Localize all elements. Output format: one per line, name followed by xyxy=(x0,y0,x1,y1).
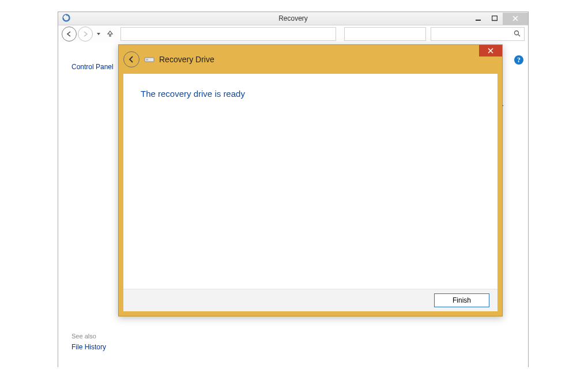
window-title: Recovery xyxy=(58,14,528,22)
up-button[interactable] xyxy=(104,30,116,39)
search-box[interactable] xyxy=(431,27,525,41)
wizard-back-button[interactable] xyxy=(123,51,140,67)
nav-forward-button[interactable] xyxy=(78,27,93,42)
breadcrumb-control-panel-link[interactable]: Control Panel xyxy=(71,63,114,71)
file-history-link[interactable]: File History xyxy=(71,343,106,351)
finish-button[interactable]: Finish xyxy=(434,293,489,307)
drive-icon xyxy=(144,56,154,63)
wizard-title: Recovery Drive xyxy=(159,55,214,64)
see-also-label: See also xyxy=(71,333,106,340)
maximize-button[interactable] xyxy=(487,13,503,25)
see-also-section: See also File History xyxy=(71,333,106,351)
svg-rect-2 xyxy=(492,16,497,21)
wizard-footer: Finish xyxy=(123,289,497,311)
help-icon[interactable]: ? xyxy=(514,55,523,65)
minimize-button[interactable] xyxy=(470,13,487,25)
recovery-drive-wizard: Recovery Drive The recovery drive is rea… xyxy=(118,44,503,316)
nav-back-button[interactable] xyxy=(62,27,77,42)
search-icon xyxy=(514,30,521,39)
wizard-close-button[interactable] xyxy=(479,45,502,56)
breadcrumb: Control Panel xyxy=(71,63,114,71)
address-bar-secondary[interactable] xyxy=(344,27,426,41)
svg-rect-1 xyxy=(476,20,481,21)
wizard-client-area: The recovery drive is ready xyxy=(123,74,497,289)
wizard-titlebar[interactable]: Recovery Drive xyxy=(119,45,502,74)
recent-locations-dropdown[interactable] xyxy=(94,30,103,38)
svg-point-3 xyxy=(515,31,519,35)
titlebar[interactable]: Recovery xyxy=(58,12,528,25)
svg-rect-5 xyxy=(146,59,148,61)
recovery-icon xyxy=(62,13,71,24)
close-button[interactable] xyxy=(503,13,528,25)
wizard-content: The recovery drive is ready xyxy=(123,74,497,289)
nav-toolbar xyxy=(58,25,528,43)
address-bar[interactable] xyxy=(120,27,336,41)
wizard-heading: The recovery drive is ready xyxy=(141,89,480,99)
